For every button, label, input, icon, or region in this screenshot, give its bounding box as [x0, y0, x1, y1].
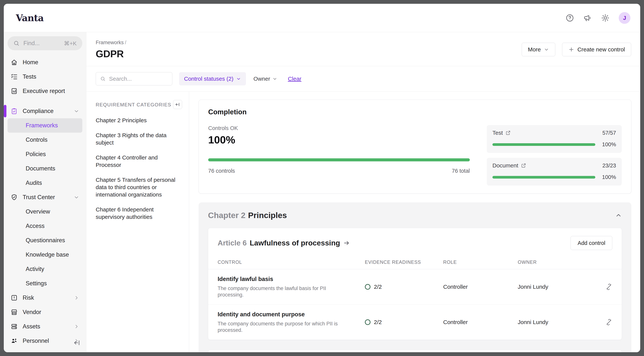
- page-header: Frameworks/ GDPR More Create new control: [86, 32, 640, 66]
- category-item[interactable]: Chapter 5 Transfers of personal data to …: [96, 176, 182, 198]
- help-icon[interactable]: [566, 14, 574, 22]
- sidebar-item-tests[interactable]: Tests: [8, 70, 82, 84]
- test-link[interactable]: Test: [492, 130, 511, 136]
- table-row[interactable]: Identify lawful basis The company docume…: [208, 269, 622, 305]
- home-icon: [10, 59, 18, 66]
- app-window: Vanta J ⌘+K: [4, 4, 640, 352]
- control-name: Identity and document purpose: [218, 311, 365, 318]
- article-6-title[interactable]: Article 6 Lawfulness of processing: [218, 239, 350, 247]
- column-control: CONTROL: [218, 259, 365, 265]
- chevron-up-icon[interactable]: [615, 212, 622, 219]
- sidebar-item-frameworks[interactable]: Frameworks: [8, 118, 82, 133]
- chapter-2-section: Chapter 2Principles Article: [198, 202, 631, 352]
- sidebar-item-settings[interactable]: Settings: [8, 276, 82, 291]
- controls-ok-value: 100%: [208, 134, 470, 146]
- control-statuses-filter[interactable]: Control statuses (2): [179, 72, 246, 85]
- add-control-button[interactable]: Add control: [570, 236, 612, 250]
- shield-check-icon: [10, 194, 18, 201]
- desktop-background: Vanta J ⌘+K: [0, 0, 644, 356]
- global-search[interactable]: ⌘+K: [8, 36, 82, 50]
- clear-filters-link[interactable]: Clear: [288, 76, 302, 82]
- document-link[interactable]: Document: [492, 162, 526, 169]
- test-percent: 100%: [600, 141, 616, 147]
- sidebar-item-trust-center[interactable]: Trust Center: [8, 190, 82, 205]
- completion-progress-bar: [208, 158, 470, 161]
- owner-cell: Jonni Lundy: [518, 284, 596, 290]
- server-icon: [10, 323, 18, 330]
- completion-card: Completion Controls OK 100% 76 controls …: [198, 100, 631, 194]
- settings-gear-icon[interactable]: [601, 14, 610, 22]
- sidebar: ⌘+K Home Tests Executive report: [4, 32, 86, 352]
- sidebar-item-assets[interactable]: Assets: [8, 319, 82, 334]
- table-row[interactable]: Identity and document purpose The compan…: [208, 305, 622, 340]
- arrow-right-icon: [343, 240, 350, 246]
- category-item[interactable]: Chapter 4 Controller and Processor: [96, 154, 182, 168]
- document-count: 23/23: [602, 162, 616, 169]
- user-avatar[interactable]: J: [619, 12, 630, 24]
- controls-ok-label: Controls OK: [208, 125, 470, 131]
- controls-search[interactable]: [96, 72, 172, 85]
- control-description: The company documents the lawful basis f…: [218, 285, 338, 298]
- category-item[interactable]: Chapter 6 Independent supervisory author…: [96, 206, 182, 221]
- chevron-right-icon: [74, 324, 79, 329]
- sidebar-item-controls[interactable]: Controls: [8, 133, 82, 147]
- controls-total: 76 total: [452, 168, 470, 174]
- sidebar-item-documents[interactable]: Documents: [8, 161, 82, 176]
- search-icon: [13, 40, 20, 47]
- sidebar-item-vendor[interactable]: Vendor: [8, 305, 82, 319]
- sidebar-item-access[interactable]: Access: [8, 219, 82, 233]
- evidence-ring-icon: [365, 284, 370, 290]
- test-progress-card: Test 57/57 100%: [487, 125, 622, 153]
- main-area: Frameworks/ GDPR More Create new control: [86, 32, 640, 352]
- compliance-clipboard-icon: [10, 107, 18, 115]
- external-link-icon: [506, 130, 511, 135]
- controls-search-input[interactable]: [109, 76, 168, 82]
- collapse-left-icon: [175, 102, 180, 107]
- evidence-count: 2/2: [374, 284, 382, 290]
- chevron-down-icon: [236, 76, 241, 81]
- plus-icon: [568, 47, 574, 53]
- panel-collapse-button[interactable]: [173, 100, 182, 109]
- sidebar-item-personnel[interactable]: Personnel: [8, 334, 82, 348]
- sidebar-item-executive-report[interactable]: Executive report: [8, 84, 82, 98]
- sidebar-item-risk[interactable]: Risk: [8, 291, 82, 305]
- chapter-title: Chapter 2Principles: [208, 211, 287, 220]
- sidebar-collapse-icon[interactable]: [73, 339, 81, 346]
- category-item[interactable]: Chapter 2 Principles: [96, 117, 182, 124]
- article-7-card: Article 7 Conditions for consent Add con…: [208, 350, 622, 352]
- chevron-down-icon: [74, 195, 79, 200]
- sidebar-item-audits[interactable]: Audits: [8, 176, 82, 190]
- filter-bar: Control statuses (2) Owner Clear: [86, 66, 640, 92]
- more-button[interactable]: More: [522, 43, 555, 56]
- page-title: GDPR: [96, 48, 126, 60]
- owner-filter[interactable]: Owner: [254, 76, 277, 82]
- role-cell: Controller: [443, 284, 518, 290]
- sidebar-item-home[interactable]: Home: [8, 55, 82, 70]
- active-section-indicator: [4, 105, 6, 117]
- category-item[interactable]: Chapter 3 Rights of the data subject: [96, 131, 182, 146]
- breadcrumb[interactable]: Frameworks/: [96, 40, 126, 46]
- unlink-icon[interactable]: [606, 319, 612, 325]
- create-new-control-button[interactable]: Create new control: [562, 43, 631, 56]
- categories-title: REQUIREMENT CATEGORIES: [96, 102, 171, 108]
- sidebar-item-questionnaires[interactable]: Questionnaires: [8, 233, 82, 248]
- unlink-icon[interactable]: [606, 283, 612, 290]
- framework-content: Completion Controls OK 100% 76 controls …: [189, 92, 640, 352]
- sidebar-item-overview[interactable]: Overview: [8, 205, 82, 219]
- sidebar-item-policies[interactable]: Policies: [8, 147, 82, 161]
- sidebar-item-knowledge-base[interactable]: Knowledge base: [8, 248, 82, 262]
- find-shortcut: ⌘+K: [64, 40, 77, 47]
- announcements-megaphone-icon[interactable]: [583, 14, 592, 22]
- storefront-icon: [10, 309, 18, 316]
- requirement-categories-panel: REQUIREMENT CATEGORIES Chapter 2 Princip…: [86, 92, 189, 352]
- topbar: Vanta J: [4, 4, 640, 32]
- article-6-card: Article 6 Lawfulness of processing Add c…: [208, 228, 622, 340]
- report-chart-icon: [10, 87, 18, 95]
- document-progress-bar: [492, 176, 595, 179]
- controls-count: 76 controls: [208, 168, 235, 174]
- sidebar-item-compliance[interactable]: Compliance: [8, 104, 82, 118]
- completion-title: Completion: [208, 108, 622, 116]
- find-input[interactable]: [24, 40, 60, 47]
- sidebar-item-activity[interactable]: Activity: [8, 262, 82, 276]
- search-icon: [100, 76, 106, 82]
